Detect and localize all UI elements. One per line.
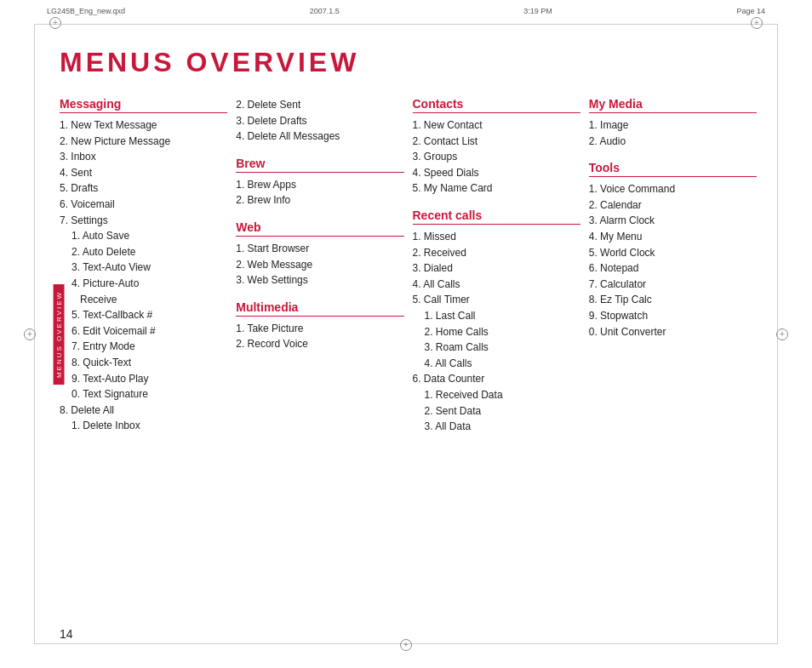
list-item: 8. Delete All: [60, 403, 227, 419]
list-item: 2. Auto Delete: [60, 244, 227, 260]
page-title: MENUS OVERVIEW: [60, 47, 765, 78]
list-item: 1. Last Call: [413, 308, 580, 324]
list-item: 2. Received: [413, 245, 580, 261]
heading-contacts: Contacts: [413, 97, 580, 113]
list-item: 2. Audio: [589, 134, 757, 150]
list-item: 2. Web Message: [236, 257, 403, 273]
list-item: 4. All Calls: [413, 277, 580, 293]
list-item: 0. Unit Converter: [589, 324, 757, 340]
list-item: 6. Data Counter: [413, 371, 580, 387]
list-item: 3. Roam Calls: [413, 340, 580, 356]
page-number: 14: [60, 627, 73, 641]
heading-tools: Tools: [589, 161, 757, 177]
list-item: 7. Settings: [60, 213, 227, 229]
column-messaging: Messaging 1. New Text Message 2. New Pic…: [60, 97, 236, 435]
list-item: 2. Sent Data: [413, 403, 580, 420]
header-date: 2007.1.5: [310, 7, 340, 15]
list-item: 3. Alarm Clock: [589, 213, 757, 229]
list-item: 1. Brew Apps: [236, 177, 403, 193]
list-item: 5. World Clock: [589, 245, 757, 261]
list-item: 2. Record Voice: [236, 336, 403, 352]
crosshair-middle-left: [24, 328, 36, 340]
list-item: 7. Entry Mode: [60, 339, 227, 355]
header-time: 3:19 PM: [523, 7, 552, 15]
list-item: 3. Inbox: [60, 149, 227, 165]
list-item: 3. Text-Auto View: [60, 260, 227, 276]
list-item: 5. Call Timer: [413, 292, 580, 308]
column-brew-web: 2. Delete Sent 3. Delete Drafts 4. Delet…: [236, 97, 412, 435]
list-item: 2. Contact List: [413, 134, 580, 150]
list-item: 2. Brew Info: [236, 192, 403, 208]
crosshair-bottom-center: [400, 639, 412, 651]
list-item: 3. Web Settings: [236, 272, 403, 288]
list-item: 1. Missed: [413, 229, 580, 245]
crosshair-top-right: [751, 17, 763, 29]
column-contacts: Contacts 1. New Contact 2. Contact List …: [413, 97, 589, 435]
heading-recent-calls: Recent calls: [413, 208, 580, 225]
list-item: 3. Delete Drafts: [236, 113, 403, 129]
list-item: 2. Home Calls: [413, 324, 580, 340]
list-item: 6. Notepad: [589, 260, 757, 277]
list-item: 1. Auto Save: [60, 228, 227, 244]
page-border-top: [34, 24, 778, 25]
list-item: 6. Voicemail: [60, 197, 227, 213]
list-item: 1. New Text Message: [60, 117, 227, 134]
list-item: 2. New Picture Message: [60, 134, 227, 150]
list-item: 9. Text-Auto Play: [60, 371, 227, 387]
column-mymedia-tools: My Media 1. Image 2. Audio Tools 1. Voic…: [589, 97, 765, 435]
columns-container: Messaging 1. New Text Message 2. New Pic…: [60, 97, 765, 435]
list-item: 3. Dialed: [413, 260, 580, 277]
crosshair-top-left: [49, 17, 61, 29]
list-item: 3. Groups: [413, 149, 580, 165]
list-item: 4. My Menu: [589, 229, 757, 245]
main-content: MENUS OVERVIEW Messaging 1. New Text Mes…: [60, 47, 765, 630]
heading-my-media: My Media: [589, 97, 757, 113]
list-item: 1. Start Browser: [236, 241, 403, 257]
list-item: 1. New Contact: [413, 117, 580, 134]
heading-web: Web: [236, 220, 403, 237]
header-filename: LG245B_Eng_new.qxd: [47, 7, 125, 15]
list-item: 1. Voice Command: [589, 181, 757, 197]
list-item: 9. Stopwatch: [589, 308, 757, 324]
heading-messaging: Messaging: [60, 97, 227, 113]
list-item: 1. Delete Inbox: [60, 418, 227, 434]
list-item: 4. Picture-Auto Receive: [60, 276, 227, 307]
list-item: 5. Drafts: [60, 180, 227, 197]
list-item: 1. Received Data: [413, 387, 580, 403]
list-item: 7. Calculator: [589, 277, 757, 293]
list-item: 2. Calendar: [589, 197, 757, 214]
list-item: 5. My Name Card: [413, 180, 580, 197]
list-item: 4. All Calls: [413, 356, 580, 372]
list-item: 4. Delete All Messages: [236, 128, 403, 145]
list-item: 8. Quick-Text: [60, 355, 227, 371]
list-item: 4. Speed Dials: [413, 165, 580, 181]
list-item: 1. Image: [589, 117, 757, 134]
list-item: 0. Text Signature: [60, 386, 227, 403]
list-item: 3. All Data: [413, 419, 580, 435]
list-item: 4. Sent: [60, 165, 227, 181]
list-item: 1. Take Picture: [236, 321, 403, 337]
header-page: Page 14: [736, 7, 765, 15]
list-item: 8. Ez Tip Calc: [589, 292, 757, 308]
list-item: 6. Edit Voicemail #: [60, 323, 227, 340]
crosshair-middle-right: [776, 328, 788, 340]
list-item: 5. Text-Callback #: [60, 307, 227, 323]
header-bar: LG245B_Eng_new.qxd 2007.1.5 3:19 PM Page…: [47, 7, 765, 15]
heading-brew: Brew: [236, 157, 403, 173]
heading-multimedia: Multimedia: [236, 300, 403, 317]
list-item: 2. Delete Sent: [236, 97, 403, 113]
